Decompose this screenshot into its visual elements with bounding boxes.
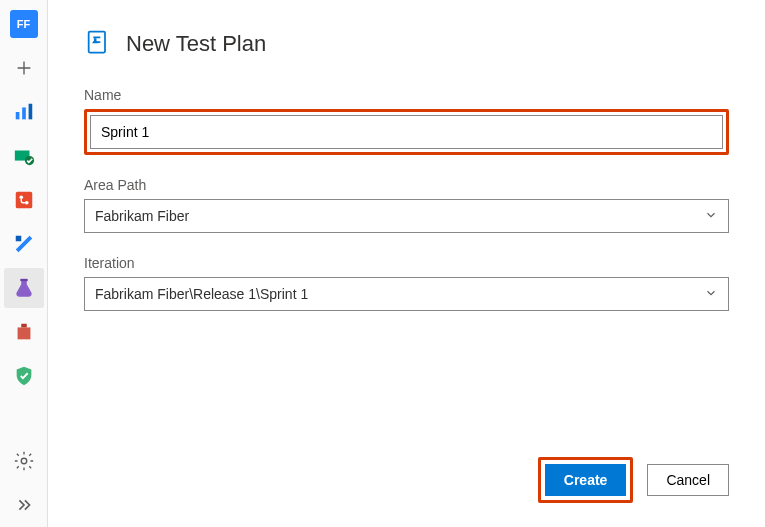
svg-rect-5 [15, 192, 32, 209]
field-name: Name [84, 87, 729, 155]
plus-icon [13, 57, 35, 79]
create-button[interactable]: Create [545, 464, 627, 496]
sidebar-item-test-plans[interactable] [4, 268, 44, 308]
svg-rect-11 [21, 324, 27, 328]
shield-check-icon [13, 365, 35, 387]
svg-rect-0 [15, 112, 19, 119]
test-plan-heading-icon [84, 28, 112, 59]
name-highlight [84, 109, 729, 155]
sidebar-item-repos[interactable] [4, 180, 44, 220]
sidebar-item-settings[interactable] [4, 441, 44, 481]
svg-point-6 [19, 195, 23, 199]
chevron-down-icon [704, 286, 718, 303]
main-content: New Test Plan Name Area Path Fabrikam Fi… [48, 0, 765, 527]
iteration-label: Iteration [84, 255, 729, 271]
sidebar-item-pipelines[interactable] [4, 224, 44, 264]
pipelines-icon [13, 233, 35, 255]
sidebar-item-compliance[interactable] [4, 356, 44, 396]
artifacts-icon [13, 321, 35, 343]
area-path-label: Area Path [84, 177, 729, 193]
chevron-down-icon [704, 208, 718, 225]
dashboard-icon [13, 101, 35, 123]
area-path-value: Fabrikam Fiber [95, 208, 189, 224]
test-plans-icon [13, 277, 35, 299]
field-iteration: Iteration Fabrikam Fiber\Release 1\Sprin… [84, 255, 729, 311]
area-path-dropdown[interactable]: Fabrikam Fiber [84, 199, 729, 233]
name-input[interactable] [90, 115, 723, 149]
svg-rect-9 [20, 279, 27, 281]
page-header: New Test Plan [84, 28, 729, 59]
iteration-value: Fabrikam Fiber\Release 1\Sprint 1 [95, 286, 308, 302]
project-logo[interactable]: FF [10, 10, 38, 38]
svg-point-7 [24, 201, 28, 205]
sidebar-item-add[interactable] [4, 48, 44, 88]
dialog-footer: Create Cancel [84, 457, 729, 503]
gear-icon [13, 450, 35, 472]
svg-rect-2 [28, 104, 32, 120]
boards-icon [13, 145, 35, 167]
svg-point-12 [21, 458, 27, 464]
iteration-dropdown[interactable]: Fabrikam Fiber\Release 1\Sprint 1 [84, 277, 729, 311]
chevrons-right-icon [13, 494, 35, 516]
sidebar-item-artifacts[interactable] [4, 312, 44, 352]
cancel-button[interactable]: Cancel [647, 464, 729, 496]
page-title: New Test Plan [126, 31, 266, 57]
sidebar-item-overview[interactable] [4, 92, 44, 132]
sidebar-item-expand[interactable] [4, 485, 44, 525]
repos-icon [13, 189, 35, 211]
sidebar-item-boards[interactable] [4, 136, 44, 176]
svg-rect-1 [22, 107, 26, 119]
svg-rect-10 [17, 327, 30, 339]
svg-rect-8 [15, 236, 21, 242]
sidebar: FF [0, 0, 48, 527]
field-area-path: Area Path Fabrikam Fiber [84, 177, 729, 233]
create-highlight: Create [538, 457, 634, 503]
name-label: Name [84, 87, 729, 103]
